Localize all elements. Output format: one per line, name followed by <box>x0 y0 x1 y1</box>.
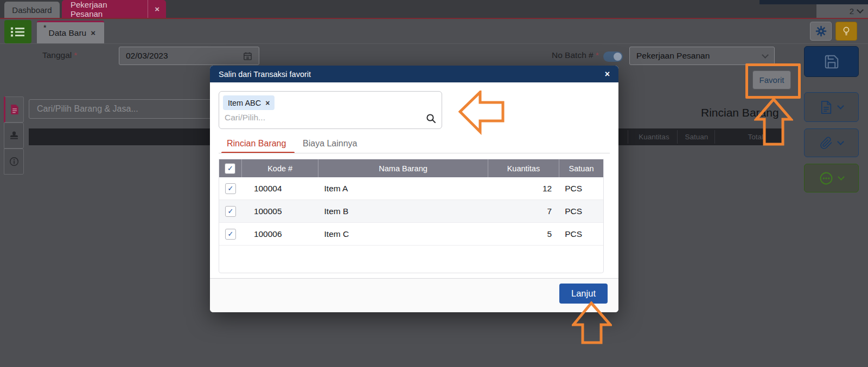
search-icon[interactable] <box>426 113 436 124</box>
save-button[interactable] <box>804 46 859 77</box>
tab-data-baru[interactable]: * Data Baru × <box>37 21 104 43</box>
more-actions-button[interactable] <box>804 164 859 192</box>
copy-favorite-transaction-dialog: Salin dari Transaksi favorit × Item ABC … <box>210 66 618 312</box>
annotation-highlight-favorit <box>745 63 801 99</box>
document-icon <box>820 100 833 114</box>
tab-pekerjaan-pesanan-label: Pekerjaan Pesanan <box>62 0 148 18</box>
cell-nama: Item C <box>319 223 488 245</box>
annotation-arrow-up-lanjut <box>572 301 612 344</box>
cell-satuan: PCS <box>559 200 603 222</box>
column-header-kuantitas: Kuantitas <box>488 159 560 177</box>
table-header-row: ✓ Kode # Nama Barang Kuantitas Satuan <box>219 159 603 177</box>
tab-pekerjaan-pesanan[interactable]: Pekerjaan Pesanan × <box>62 0 166 18</box>
favorite-items-table: ✓ Kode # Nama Barang Kuantitas Satuan ✓ … <box>219 159 604 273</box>
settings-button[interactable] <box>810 22 832 41</box>
dialog-title: Salin dari Transaksi favorit <box>219 70 311 79</box>
sidebar-tab-detail-barang[interactable] <box>4 96 24 123</box>
sidebar-tab-stamp[interactable] <box>4 123 24 149</box>
cell-kode: 100004 <box>242 177 319 199</box>
document-lines-icon <box>10 104 20 115</box>
annotation-arrow-up-favorit <box>754 98 793 146</box>
picker-search-placeholder: Cari/Pilih... <box>225 113 265 123</box>
tab-biaya-lainnya[interactable]: Biaya Lainnya <box>303 139 358 149</box>
table-row[interactable]: ✓ 100006 Item C 5 PCS <box>219 223 603 246</box>
cell-kuantitas: 12 <box>488 177 560 199</box>
column-header-satuan: Satuan <box>679 128 714 145</box>
column-header-satuan: Satuan <box>559 159 603 177</box>
tabs-divider <box>219 153 610 153</box>
chip-remove-icon[interactable]: × <box>265 99 270 107</box>
chevron-down-icon <box>857 7 864 14</box>
tab-dashboard-label: Dashboard <box>12 5 52 15</box>
stamp-icon <box>9 131 19 140</box>
tab-data-baru-close-icon[interactable]: × <box>91 28 95 37</box>
required-mark: * <box>596 50 599 60</box>
cell-nama: Item B <box>319 200 488 222</box>
tanggal-input[interactable]: 02/03/2023 <box>119 47 259 65</box>
lightbulb-icon <box>841 26 851 37</box>
tab-close-icon[interactable]: × <box>148 0 166 18</box>
toolbar-divider <box>0 43 868 44</box>
tab-dashboard[interactable]: Dashboard <box>4 2 60 18</box>
dialog-tabs: Rincian Barang Biaya Lainnya <box>210 139 618 153</box>
unsaved-marker: * <box>43 23 46 32</box>
header-checkbox-cell: ✓ <box>219 159 242 177</box>
no-batch-label: No Batch # * <box>552 50 599 60</box>
paperclip-icon <box>820 137 833 150</box>
selected-item-chip: Item ABC × <box>223 95 275 110</box>
tab-data-baru-label: Data Baru <box>48 28 86 38</box>
chevron-down-icon <box>762 51 769 59</box>
cell-satuan: PCS <box>559 177 603 199</box>
cell-satuan: PCS <box>559 223 603 245</box>
select-all-checkbox[interactable]: ✓ <box>225 163 235 174</box>
favorite-picker-field[interactable]: Item ABC × Cari/Pilih... <box>219 91 442 129</box>
ellipsis-circle-icon <box>819 171 833 185</box>
annotation-arrow-left-search <box>458 91 505 135</box>
transaction-type-select[interactable]: Pekerjaan Pesanan <box>629 47 775 65</box>
tanggal-label: Tanggal * <box>42 50 77 60</box>
continue-button-label: Lanjut <box>571 288 596 299</box>
toggle-knob <box>614 53 622 61</box>
sidebar-tab-info[interactable] <box>4 149 24 175</box>
tanggal-value: 02/03/2023 <box>126 51 168 61</box>
required-mark: * <box>74 50 77 60</box>
user-count-value: 2 <box>850 7 854 16</box>
gear-icon <box>815 25 827 37</box>
column-header-kode: Kode # <box>242 159 319 177</box>
cell-kode: 100006 <box>242 223 319 245</box>
dialog-close-icon[interactable]: × <box>605 69 610 79</box>
cell-nama: Item A <box>319 177 488 199</box>
table-row[interactable]: ✓ 100004 Item A 12 PCS <box>219 177 603 200</box>
cell-kuantitas: 7 <box>488 200 560 222</box>
calendar-icon[interactable] <box>243 51 252 61</box>
chip-label: Item ABC <box>228 99 261 107</box>
list-menu-icon <box>11 27 25 37</box>
cell-kuantitas: 5 <box>488 223 560 245</box>
row-checkbox[interactable]: ✓ <box>225 229 236 240</box>
top-right-strip <box>760 0 868 4</box>
cell-kode: 100005 <box>242 200 319 222</box>
dialog-footer <box>210 279 618 312</box>
menu-button[interactable] <box>4 20 31 43</box>
column-header-nama: Nama Barang <box>318 159 488 177</box>
save-floppy-icon <box>824 54 840 70</box>
no-batch-toggle[interactable] <box>603 51 623 62</box>
tips-button[interactable] <box>835 22 857 41</box>
transaction-type-value: Pekerjaan Pesanan <box>636 51 710 61</box>
row-checkbox[interactable]: ✓ <box>225 183 236 194</box>
chevron-down-icon <box>838 173 845 181</box>
chevron-down-icon <box>837 102 844 110</box>
app-window: Dashboard Pekerjaan Pesanan × 2 * Data B… <box>0 0 868 367</box>
column-divider <box>628 130 628 144</box>
table-row[interactable]: ✓ 100005 Item B 7 PCS <box>219 200 603 223</box>
item-search-placeholder: Cari/Pilih Barang & Jasa... <box>37 104 138 114</box>
document-actions-button[interactable] <box>804 92 859 122</box>
tab-rincian-barang[interactable]: Rincian Barang <box>227 139 286 149</box>
user-count-dropdown[interactable]: 2 <box>816 4 868 18</box>
column-header-kuantitas: Kuantitas <box>631 128 677 145</box>
column-divider <box>677 130 678 144</box>
chevron-down-icon <box>837 138 844 145</box>
row-checkbox[interactable]: ✓ <box>225 206 236 217</box>
attachments-button[interactable] <box>804 128 859 157</box>
info-icon <box>9 157 19 166</box>
